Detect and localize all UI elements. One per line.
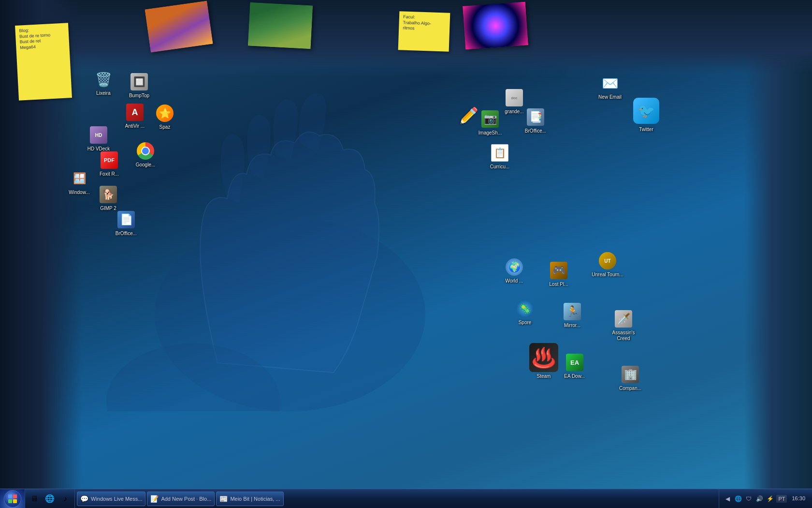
icon-lixeira-label: Lixeira	[96, 90, 110, 96]
compan-icon: 🏢	[621, 365, 640, 384]
photo-sunset[interactable]	[145, 0, 213, 52]
icon-curriculo-label: Curricu...	[490, 164, 510, 170]
taskbar-item-meiobit-label: Meio Bit | Noticias, ...	[230, 496, 280, 502]
icon-spore-label: Spore	[519, 320, 532, 326]
steam-icon: ♨️	[529, 343, 558, 372]
tray-battery[interactable]: ⚡	[766, 494, 774, 503]
grande-icon: doc	[505, 88, 524, 107]
icon-google-label: Google...	[136, 162, 156, 168]
quick-show-desktop[interactable]: 🖥	[27, 492, 42, 506]
icon-assassin[interactable]: 🗡️ Assassin's Creed	[602, 307, 645, 344]
icon-compan[interactable]: 🏢 Compan...	[613, 363, 648, 393]
taskbar-item-messenger[interactable]: 💬 Windows Live Mess...	[77, 492, 145, 506]
svg-rect-2	[8, 494, 12, 498]
twitter-icon: 🐦	[632, 96, 661, 125]
photo-butterfly[interactable]	[248, 2, 313, 49]
icon-google[interactable]: Google...	[128, 139, 163, 170]
photo-colorful-img	[463, 2, 528, 50]
world-icon: 🌍	[505, 257, 524, 277]
newemail-icon: ✉️	[600, 74, 620, 93]
broffice2-icon: 📑	[526, 107, 545, 127]
ea-icon: EA	[565, 353, 584, 372]
icon-spore[interactable]: 🦠 Spore	[508, 297, 542, 328]
tray-network[interactable]: 🌐	[734, 494, 742, 503]
taskbar: 🖥 🌐 ♪ 💬 Windows Live Mess... 📝 Add New P…	[0, 489, 812, 508]
icon-bumptop-label: BumpTop	[129, 93, 149, 99]
language-selector[interactable]: PT	[776, 495, 787, 503]
addpost-taskbar-icon: 📝	[150, 495, 159, 503]
icon-ea-label: EA Dow...	[564, 374, 585, 379]
quick-launch: 🖥 🌐 ♪	[25, 489, 75, 508]
mirror-icon: 🏃	[563, 302, 582, 321]
taskbar-item-addpost[interactable]: 📝 Add New Post · Blo...	[147, 492, 215, 506]
sticky-note-1-text: Blog: Bust de re torno Bust de ret Mega6…	[19, 28, 50, 50]
quick-winamp[interactable]: ♪	[58, 492, 72, 506]
icon-mirror[interactable]: 🏃 Mirror...	[555, 300, 590, 330]
icon-world[interactable]: 🌍 World ...	[497, 255, 532, 286]
bumptop-icon: 🔲	[130, 72, 149, 91]
icon-broffice2[interactable]: 📑 BrOffice...	[518, 105, 553, 136]
foxit-icon: PDF	[100, 150, 119, 170]
hdvdeck-icon: HD	[89, 125, 108, 145]
spore-icon: 🦠	[515, 299, 535, 318]
icon-broffice[interactable]: 📄 BrOffice...	[109, 208, 144, 239]
broffice-icon: 📄	[116, 210, 136, 229]
quick-ie[interactable]: 🌐	[43, 492, 57, 506]
photo-sunset-img	[145, 0, 213, 52]
icon-broffice-label: BrOffice...	[116, 231, 137, 237]
google-chrome-icon	[136, 141, 155, 161]
svg-rect-5	[13, 499, 17, 503]
icon-newemail[interactable]: ✉️ New Email	[593, 72, 627, 102]
taskbar-item-messenger-label: Windows Live Mess...	[91, 496, 142, 502]
icon-ea[interactable]: EA EA Dow...	[557, 351, 592, 381]
tray-arrow[interactable]: ◀	[723, 494, 732, 503]
meiobit-taskbar-icon: 📰	[219, 495, 228, 503]
svg-rect-4	[8, 499, 12, 503]
icon-imageshack-label: ImageSh...	[478, 130, 502, 136]
system-tray: ◀ 🌐 🛡 🔊 ⚡ PT 16:30	[719, 489, 812, 508]
icon-lostplanet-label: Lost Pl...	[550, 282, 568, 287]
gimp-icon: 🐕	[99, 185, 118, 204]
icon-bumptop[interactable]: 🔲 BumpTop	[122, 70, 157, 101]
svg-rect-3	[13, 494, 17, 498]
sticky-note-2[interactable]: Facul: Trabalho Algo- ritmos	[398, 11, 450, 52]
icon-spaz-label: Spaz	[160, 124, 171, 130]
taskbar-item-addpost-label: Add New Post · Blo...	[161, 496, 211, 502]
icon-unreal[interactable]: UT Unreal Tourn...	[586, 249, 629, 280]
icon-foxit-label: Foxit R...	[100, 171, 119, 177]
trash-icon: 🗑️	[94, 70, 113, 89]
icon-lostplanet[interactable]: 🎮 Lost Pl...	[541, 259, 576, 289]
icon-windows-label: Window...	[69, 190, 89, 195]
tray-antivirus[interactable]: 🛡	[744, 494, 753, 503]
icon-antivir-label: AntiVir ...	[125, 123, 145, 129]
photo-butterfly-img	[248, 2, 313, 49]
icon-lixeira[interactable]: 🗑️ Lixeira	[86, 68, 121, 98]
antivir-icon: A	[125, 103, 145, 122]
windows-icon: 🪟	[70, 169, 89, 188]
icon-spaz[interactable]: ⭐ Spaz	[147, 102, 182, 132]
icon-twitter-label: Twitter	[639, 127, 653, 133]
icon-newemail-label: New Email	[598, 94, 622, 100]
icon-unreal-label: Unreal Tourn...	[592, 272, 623, 278]
desktop: Blog: Bust de re torno Bust de ret Mega6…	[0, 0, 812, 489]
icon-curriculo[interactable]: 📋 Curricu...	[482, 141, 517, 172]
clock[interactable]: 16:30	[789, 495, 808, 502]
icon-foxit[interactable]: PDF Foxit R...	[92, 149, 127, 179]
sticky-note-1[interactable]: Blog: Bust de re torno Bust de ret Mega6…	[15, 23, 72, 101]
lostplanet-icon: 🎮	[549, 261, 568, 280]
right-wall	[744, 0, 812, 489]
icon-mirror-label: Mirror...	[564, 323, 580, 329]
curriculo-icon: 📋	[490, 143, 509, 163]
taskbar-item-meiobit[interactable]: 📰 Meio Bit | Noticias, ...	[216, 492, 284, 506]
unreal-icon: UT	[598, 251, 617, 270]
start-button[interactable]	[0, 489, 25, 508]
tray-sound[interactable]: 🔊	[755, 494, 764, 503]
start-orb	[4, 490, 21, 508]
icon-compan-label: Compan...	[619, 386, 641, 391]
icon-twitter[interactable]: 🐦 Twitter	[624, 94, 668, 134]
photo-colorful[interactable]	[463, 2, 528, 50]
icon-steam-label: Steam	[537, 374, 551, 379]
messenger-taskbar-icon: 💬	[80, 495, 88, 503]
icon-assassin-label: Assassin's Creed	[607, 330, 640, 342]
sticky-note-2-text: Facul: Trabalho Algo- ritmos	[403, 14, 431, 30]
